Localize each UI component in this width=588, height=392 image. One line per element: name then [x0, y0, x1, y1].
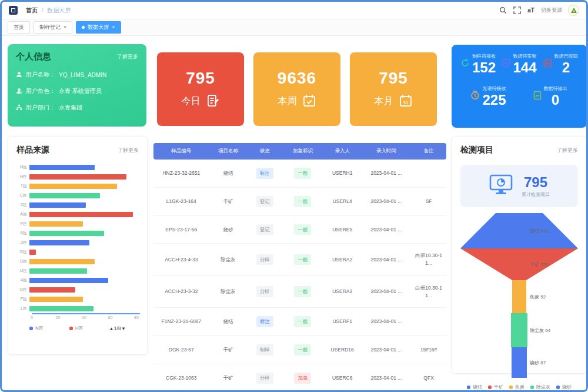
x-tick-label: 40: [82, 315, 86, 320]
bar-chart-legend: N区H区▲1/8▼: [8, 325, 147, 331]
bar-category-label: 6区: [14, 230, 29, 236]
search-icon[interactable]: [499, 6, 507, 15]
font-size-icon[interactable]: aT: [527, 6, 535, 15]
table-row[interactable]: L1GK-23-164干矿登记一般USERL42023-04-01 ...SF: [153, 187, 446, 215]
pager-down-icon[interactable]: ▼: [121, 326, 126, 331]
funnel-label: 烧结 916: [530, 228, 549, 234]
funnel-segment-烧结: [460, 213, 578, 248]
cell-remark: [411, 215, 446, 244]
legend-dot: [29, 327, 33, 330]
legend-dot: [530, 386, 534, 389]
urgent-badge: 加急: [294, 373, 311, 384]
urgent-badge: 一般: [294, 168, 311, 179]
clock-icon: [470, 91, 480, 102]
funnel-legend-item-焦炭[interactable]: 焦炭: [509, 384, 524, 390]
pager-up-icon[interactable]: ▲: [109, 326, 114, 331]
tab-数据大屏[interactable]: 数据大屏×: [76, 21, 121, 34]
cell-user: USERE5: [323, 215, 362, 244]
column-header-项目名称: 项目名称: [209, 143, 248, 160]
cell-remark: 白班10.30-11...: [411, 244, 446, 276]
test-projects-card: 检测项目 了解更多 795 累计检测项目 烧: [452, 136, 587, 374]
funnel-legend-item-除尘灰[interactable]: 除尘灰: [530, 384, 550, 390]
bar-L区: [29, 306, 93, 311]
cell-status: 标注: [247, 308, 282, 336]
top-bar: 首页 / 数据大屏 aT 切换资源: [2, 2, 586, 19]
funnel-label: 干矿 376: [530, 261, 549, 268]
doc-icon: [533, 91, 542, 102]
cell-user: USERF1: [323, 308, 362, 336]
table-row[interactable]: F1NZ-23-21-6087烧结标注一般USERF12023-04-01 ..…: [153, 308, 446, 336]
funnel-legend-item-干矿[interactable]: 干矿: [488, 384, 503, 390]
status-badge: 标注: [256, 168, 273, 179]
cell-user: USERL4: [323, 187, 362, 215]
test-projects-more-link[interactable]: 了解更多: [557, 147, 578, 154]
funnel-legend-item-烧砂[interactable]: 烧砂: [556, 384, 572, 390]
legend-item-N区[interactable]: N区: [29, 325, 44, 331]
app-logo[interactable]: [9, 6, 18, 15]
legend-label: H区: [75, 325, 83, 331]
tab-制样登记[interactable]: 制样登记×: [34, 21, 72, 34]
avatar[interactable]: [568, 5, 579, 16]
bar-row-O区: O区: [14, 285, 140, 294]
bar-A区: [29, 212, 133, 217]
profile-card: 个人信息 了解更多 用户名称：YQ_LIMS_ADMIN用户角色：永青 系统管理…: [8, 44, 146, 127]
bar-row-D区: D区: [14, 257, 140, 266]
sample-source-title: 样品来源: [16, 145, 49, 155]
x-tick-label: 20: [56, 315, 61, 320]
status-item-value: 2: [562, 59, 570, 76]
legend-item-H区[interactable]: H区: [69, 325, 83, 331]
legend-label: 除尘灰: [536, 384, 550, 390]
breadcrumb-home[interactable]: 首页: [26, 7, 38, 14]
status-item-数据已驳回: 数据已驳回2: [540, 53, 581, 76]
tab-active-dot: [82, 26, 85, 29]
cell-remark: [411, 308, 446, 336]
table-row[interactable]: DGK-23-67干矿制样一般USERD162023-04-01 ...15#1…: [153, 336, 446, 364]
tab-close-icon[interactable]: ×: [64, 25, 66, 30]
cell-project: 烧结: [209, 160, 248, 187]
tab-close-icon[interactable]: ×: [112, 25, 115, 30]
tab-label: 首页: [14, 24, 24, 31]
tab-bar: 首页制样登记×数据大屏×: [2, 19, 586, 36]
cell-user: USERH1: [323, 160, 362, 187]
status-row: 制样待接收152数据待实验144数据已驳回2: [457, 53, 581, 76]
table-row[interactable]: HNZ-23-32-2651烧结标注一般USERH12023-04-01 ...: [153, 160, 446, 187]
sample-source-more-link[interactable]: 了解更多: [118, 147, 139, 154]
sample-source-card: 样品来源 了解更多 N区H区1区C区2区A区F区6区3区G区D区U区4区O区F区…: [8, 136, 148, 355]
legend-label: N区: [35, 325, 44, 331]
funnel-legend-item-烧结[interactable]: 烧结: [467, 384, 482, 390]
bar-row-C区: C区: [14, 191, 140, 200]
column-header-备注: 备注: [411, 143, 446, 160]
table-row[interactable]: ACCH-23-3-32除尘灰分样一般USERA22023-04-01 ...白…: [153, 275, 446, 308]
table-row[interactable]: ACCH-23-4-33除尘灰分样一般USERA22023-04-01 ...白…: [153, 244, 446, 276]
legend-pager[interactable]: ▲1/8▼: [109, 325, 126, 331]
reject-icon: [543, 59, 552, 70]
status-item-label: 制样待接收: [472, 53, 496, 59]
cell-time: 2023-04-01 ...: [362, 160, 412, 187]
bar-row-A区: A区: [14, 210, 140, 219]
tab-首页[interactable]: 首页: [8, 21, 30, 34]
stat-card-本月[interactable]: 795本月31: [350, 52, 437, 126]
stat-cards: 795今日9636本周795本月31: [157, 52, 437, 126]
legend-dot: [556, 386, 560, 389]
bar-category-label: 3区: [14, 240, 29, 245]
profile-more-link[interactable]: 了解更多: [117, 53, 138, 61]
cell-project: 干矿: [209, 336, 248, 364]
status-badge: 制样: [256, 344, 273, 356]
fullscreen-icon[interactable]: [513, 6, 521, 15]
cell-project: 除尘灰: [209, 244, 248, 276]
table-row[interactable]: EPS-23-17-56烧砂登记一般USERE52023-04-01 ...: [153, 215, 446, 244]
sample-table: 样品编号项目名称状态加急标识录入人录入时间备注 HNZ-23-32-2651烧结…: [153, 143, 446, 392]
table-row[interactable]: CGK-23-1063干矿分样加急USERC62023-04-01 ...QFX: [153, 364, 446, 392]
bar-2区: [29, 202, 86, 208]
legend-label: 干矿: [494, 384, 503, 390]
bar-category-label: N区: [14, 164, 29, 170]
bar-category-label: L区: [14, 305, 29, 311]
breadcrumb-current: 数据大屏: [47, 7, 71, 14]
bar-row-1区: 1区: [14, 181, 140, 191]
switch-resource-link[interactable]: 切换资源: [541, 6, 562, 14]
cell-time: 2023-04-01 ...: [362, 336, 412, 364]
stat-card-本周[interactable]: 9636本周: [253, 52, 340, 126]
stat-card-今日[interactable]: 795今日: [157, 52, 244, 126]
cell-sample-id: F1NZ-23-21-6087: [153, 308, 209, 336]
dashboard: 个人信息 了解更多 用户名称：YQ_LIMS_ADMIN用户角色：永青 系统管理…: [2, 36, 586, 391]
